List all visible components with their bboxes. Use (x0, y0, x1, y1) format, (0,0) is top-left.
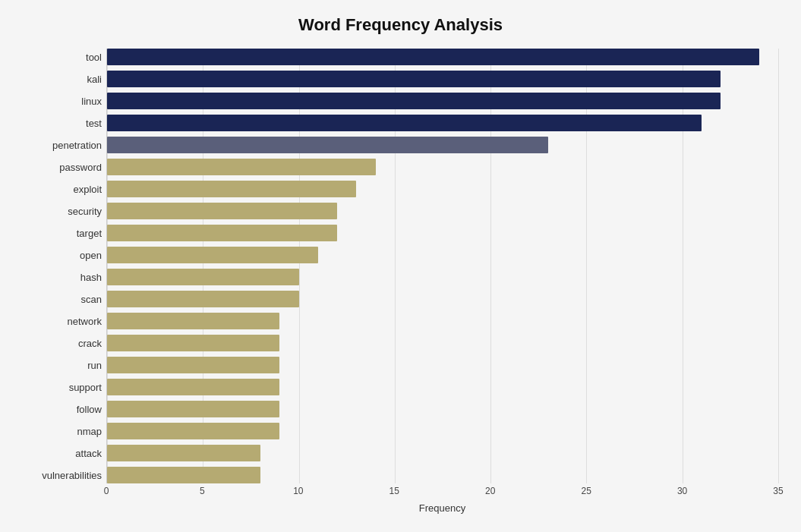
bar-row (107, 49, 778, 65)
chart-area: toolkalilinuxtestpenetrationpasswordexpl… (23, 49, 778, 483)
x-axis: 05101520253035 Frequency (106, 486, 778, 514)
bar (107, 137, 548, 153)
y-label: vulnerabilities (42, 471, 102, 480)
bar (107, 291, 299, 307)
bar-row (107, 313, 778, 329)
x-axis-label: Frequency (419, 502, 465, 514)
bar (107, 467, 260, 483)
y-label: open (80, 250, 102, 260)
y-label: kali (87, 74, 102, 84)
bars-inner (107, 49, 778, 483)
chart-title: Word Frequency Analysis (23, 15, 778, 35)
bar-row (107, 445, 778, 461)
bar (107, 247, 318, 263)
y-label: support (69, 382, 102, 392)
y-label: follow (77, 405, 102, 414)
bar-row (107, 203, 778, 219)
bar (107, 115, 702, 131)
y-label: tool (86, 52, 102, 62)
bar (107, 49, 759, 65)
y-label: security (68, 206, 102, 216)
y-label: network (67, 316, 102, 326)
x-tick: 20 (485, 486, 495, 496)
bar-row (107, 401, 778, 417)
bar-row (107, 379, 778, 395)
x-tick: 35 (773, 486, 783, 496)
bar-row (107, 423, 778, 439)
x-tick: 0 (104, 486, 109, 496)
y-label: attack (75, 449, 102, 458)
bar (107, 71, 721, 87)
y-label: nmap (77, 427, 102, 436)
y-label: crack (78, 338, 102, 348)
y-label: run (87, 360, 102, 370)
bar (107, 423, 279, 439)
y-label: linux (81, 96, 102, 106)
bar-row (107, 137, 778, 153)
bars-area (106, 49, 778, 483)
y-label: scan (81, 294, 102, 304)
y-label: hash (80, 272, 102, 282)
bar-row (107, 115, 778, 131)
x-ticks: 05101520253035 (106, 486, 778, 501)
x-tick: 15 (389, 486, 399, 496)
y-label: password (59, 162, 102, 172)
bar (107, 401, 279, 417)
y-axis-labels: toolkalilinuxtestpenetrationpasswordexpl… (23, 49, 106, 483)
bar-row (107, 225, 778, 241)
bar (107, 93, 721, 109)
x-tick: 5 (200, 486, 205, 496)
bar-row (107, 159, 778, 175)
y-label: exploit (73, 184, 102, 194)
bar (107, 203, 337, 219)
grid-line (778, 49, 779, 483)
bar-row (107, 357, 778, 373)
bar (107, 357, 279, 373)
bar-row (107, 181, 778, 197)
y-label: test (86, 118, 102, 128)
bar (107, 335, 279, 351)
bar-row (107, 291, 778, 307)
x-tick: 30 (677, 486, 687, 496)
chart-container: Word Frequency Analysis toolkalilinuxtes… (0, 0, 801, 532)
y-label: penetration (52, 140, 102, 150)
bar-row (107, 247, 778, 263)
bar (107, 181, 356, 197)
bar (107, 445, 260, 461)
bar-row (107, 71, 778, 87)
bar (107, 379, 279, 395)
bar-row (107, 269, 778, 285)
y-label: target (77, 228, 102, 238)
bar (107, 269, 299, 285)
bar (107, 225, 337, 241)
x-tick: 25 (581, 486, 591, 496)
bar (107, 159, 376, 175)
bar-row (107, 335, 778, 351)
x-tick: 10 (293, 486, 303, 496)
bar (107, 313, 279, 329)
bar-row (107, 93, 778, 109)
bar-row (107, 467, 778, 483)
